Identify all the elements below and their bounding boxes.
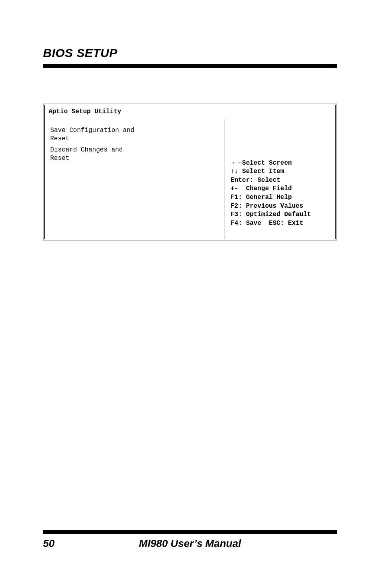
header-rule — [43, 64, 337, 68]
help-line: F2: Previous Values — [231, 202, 331, 211]
footer-rule-thick — [43, 531, 337, 534]
footer-line: 50 MI980 User’s Manual — [43, 537, 337, 550]
page-footer: 50 MI980 User’s Manual — [43, 518, 337, 550]
help-line: F4: Save ESC: Exit — [231, 219, 331, 228]
page-title: BIOS SETUP — [43, 46, 337, 60]
bios-row-value — [138, 126, 219, 144]
help-line: F3: Optimized Default — [231, 210, 331, 219]
bios-titlebar: Aptio Setup Utility — [45, 105, 335, 119]
page-header: BIOS SETUP — [43, 46, 337, 68]
bios-left-panel: Save Configuration and Reset Discard Cha… — [45, 119, 225, 239]
help-line: F1: General Help — [231, 193, 331, 202]
bios-row[interactable]: Save Configuration and Reset — [50, 126, 219, 144]
bios-body: Save Configuration and Reset Discard Cha… — [45, 119, 335, 239]
help-line: +- Change Field — [231, 185, 331, 193]
bios-row[interactable]: Discard Changes and Reset — [50, 146, 219, 163]
bios-row-label: Save Configuration and Reset — [50, 126, 138, 144]
help-line: Enter: Select — [231, 176, 331, 185]
bios-title: Aptio Setup Utility — [49, 108, 121, 115]
help-line: ↑↓ Select Item — [231, 167, 331, 176]
manual-title: MI980 User’s Manual — [43, 537, 337, 550]
help-line: → ←Select Screen — [231, 159, 331, 168]
bios-setup-box: Aptio Setup Utility Save Configuration a… — [43, 104, 337, 240]
bios-row-value — [138, 146, 219, 163]
bios-help-panel: → ←Select Screen ↑↓ Select Item Enter: S… — [225, 119, 335, 239]
spacer — [231, 125, 331, 159]
bios-row-label: Discard Changes and Reset — [50, 146, 138, 163]
